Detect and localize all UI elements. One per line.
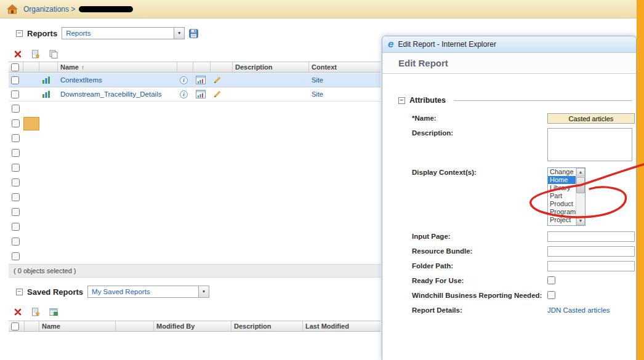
ready-for-use-checkbox[interactable] bbox=[547, 276, 555, 284]
table-row: ContextItems i Site bbox=[9, 73, 380, 87]
report-chart-icon bbox=[42, 76, 50, 84]
input-page-field[interactable] bbox=[547, 231, 635, 242]
row-checkbox[interactable] bbox=[11, 90, 19, 98]
display-contexts-label: Display Context(s): bbox=[412, 167, 547, 176]
report-details-link[interactable]: JDN Casted articles bbox=[547, 305, 610, 314]
edit-report-form: − Attributes *Name: Description: Display… bbox=[382, 74, 636, 317]
column-header-modified-by[interactable]: Modified By bbox=[154, 321, 231, 331]
name-field[interactable] bbox=[547, 113, 635, 124]
scrollbar[interactable]: ▲ ▼ bbox=[576, 168, 585, 225]
view-report-icon[interactable] bbox=[196, 76, 206, 84]
name-column-label: Name bbox=[60, 63, 79, 71]
saved-reports-view-value: My Saved Reports bbox=[88, 286, 198, 297]
list-item[interactable]: Part bbox=[548, 192, 576, 200]
name-field-row: *Name: bbox=[412, 113, 632, 125]
row-checkbox[interactable] bbox=[12, 208, 20, 216]
table-row bbox=[9, 190, 380, 205]
windchill-business-reporting-row: Windchill Business Reporting Needed: bbox=[412, 290, 632, 302]
save-view-icon[interactable] bbox=[189, 29, 198, 38]
chevron-down-icon[interactable]: ▼ bbox=[174, 28, 184, 39]
description-field[interactable] bbox=[547, 128, 632, 161]
row-checkbox[interactable] bbox=[12, 178, 20, 186]
folder-path-row: Folder Path: bbox=[412, 261, 632, 273]
row-checkbox[interactable] bbox=[12, 105, 20, 113]
scroll-down-icon[interactable]: ▼ bbox=[576, 217, 585, 225]
report-name-link[interactable]: ContextItems bbox=[60, 76, 102, 84]
sort-ascending-icon[interactable]: ↑ bbox=[81, 64, 84, 71]
header-spacer bbox=[116, 321, 154, 331]
scroll-up-icon[interactable]: ▲ bbox=[576, 168, 585, 177]
delete-icon[interactable] bbox=[12, 49, 23, 60]
display-contexts-listbox[interactable]: Change Home Library Part Product Program… bbox=[547, 167, 586, 226]
table-row bbox=[9, 220, 380, 234]
new-saved-report-icon[interactable] bbox=[30, 306, 41, 318]
list-item[interactable]: Change bbox=[548, 168, 576, 176]
list-item[interactable]: Project bbox=[548, 216, 576, 224]
collapse-icon[interactable]: − bbox=[16, 30, 23, 37]
list-item[interactable]: Product bbox=[548, 200, 576, 208]
collapse-icon[interactable]: − bbox=[398, 97, 405, 104]
copy-report-icon[interactable] bbox=[48, 49, 59, 60]
report-details-row: Report Details: JDN Casted articles bbox=[412, 305, 632, 317]
empty-rows bbox=[9, 102, 380, 264]
list-item[interactable]: Program bbox=[548, 208, 576, 216]
saved-reports-view-dropdown[interactable]: My Saved Reports ▼ bbox=[87, 286, 209, 298]
header-spacer bbox=[23, 62, 39, 72]
resource-bundle-field[interactable] bbox=[547, 246, 635, 257]
row-checkbox[interactable] bbox=[12, 193, 20, 201]
selection-status: ( 0 objects selected ) bbox=[9, 264, 380, 278]
info-icon[interactable]: i bbox=[180, 76, 188, 84]
chevron-down-icon[interactable]: ▼ bbox=[198, 286, 209, 297]
info-icon[interactable]: i bbox=[180, 90, 188, 98]
windchill-business-reporting-checkbox[interactable] bbox=[547, 291, 555, 299]
row-checkbox[interactable] bbox=[11, 76, 19, 84]
report-name-link[interactable]: Downstream_Tracebility_Details bbox=[60, 90, 161, 98]
name-label: *Name: bbox=[412, 113, 547, 122]
column-header-last-modified[interactable]: Last Modified bbox=[303, 321, 380, 331]
new-report-icon[interactable] bbox=[30, 49, 41, 60]
column-header-name[interactable]: Name bbox=[39, 321, 116, 331]
edit-pencil-icon[interactable] bbox=[213, 76, 222, 84]
breadcrumb[interactable]: Organizations > bbox=[23, 5, 75, 14]
reports-view-dropdown[interactable]: Reports ▼ bbox=[62, 27, 185, 39]
table-row bbox=[9, 131, 380, 146]
select-all-checkbox[interactable] bbox=[11, 322, 19, 330]
row-checkbox[interactable] bbox=[12, 149, 20, 157]
column-header-description[interactable]: Description bbox=[231, 321, 303, 331]
internet-explorer-icon[interactable]: e bbox=[388, 39, 393, 49]
table-report-icon[interactable] bbox=[48, 306, 59, 318]
row-checkbox[interactable] bbox=[12, 238, 20, 246]
screen: Organizations > − Reports Reports ▼ bbox=[0, 0, 644, 360]
edit-report-window: e Edit Report - Internet Explorer Edit R… bbox=[382, 36, 637, 360]
context-cell: Site bbox=[312, 90, 323, 98]
scrollbar-thumb[interactable] bbox=[576, 177, 585, 193]
folder-path-field[interactable] bbox=[547, 261, 635, 271]
row-checkbox[interactable] bbox=[12, 252, 20, 260]
row-checkbox[interactable] bbox=[12, 223, 20, 231]
table-row bbox=[9, 205, 380, 220]
row-checkbox[interactable] bbox=[12, 134, 20, 142]
input-page-row: Input Page: bbox=[412, 231, 632, 243]
reports-view-value: Reports bbox=[62, 28, 174, 39]
column-header-name[interactable]: Name ↑ bbox=[58, 62, 177, 72]
row-checkbox[interactable] bbox=[12, 119, 20, 127]
view-report-icon[interactable] bbox=[196, 90, 206, 98]
select-all-checkbox[interactable] bbox=[11, 63, 19, 71]
column-header-context[interactable]: Context bbox=[309, 62, 380, 72]
home-icon[interactable] bbox=[6, 4, 18, 15]
edit-pencil-icon[interactable] bbox=[213, 90, 222, 98]
focused-cell[interactable] bbox=[23, 117, 39, 130]
saved-reports-toolbar bbox=[12, 306, 59, 318]
list-item[interactable]: Library bbox=[548, 184, 576, 192]
table-row bbox=[9, 234, 380, 249]
table-row bbox=[9, 249, 380, 264]
column-header-description[interactable]: Description bbox=[233, 62, 309, 72]
right-edge-strip bbox=[637, 0, 644, 360]
window-titlebar[interactable]: e Edit Report - Internet Explorer bbox=[382, 36, 636, 53]
display-contexts-row: Display Context(s): Change Home Library … bbox=[412, 167, 632, 226]
row-checkbox[interactable] bbox=[12, 164, 20, 172]
list-item-selected[interactable]: Home bbox=[548, 176, 576, 184]
collapse-icon[interactable]: − bbox=[16, 289, 23, 295]
delete-icon[interactable] bbox=[12, 306, 23, 318]
redacted-org-name bbox=[79, 6, 133, 12]
